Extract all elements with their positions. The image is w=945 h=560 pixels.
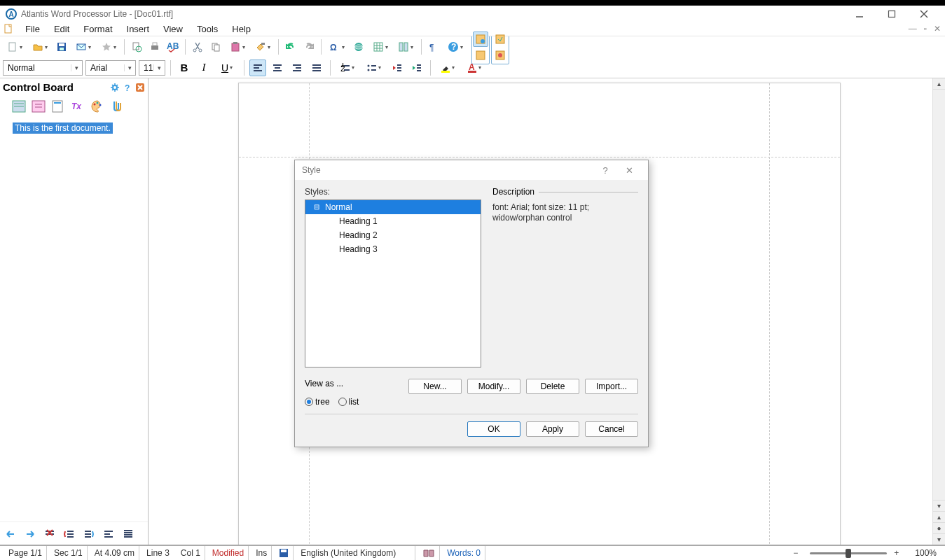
menu-edit[interactable]: Edit [47,22,76,36]
zoom-slider-thumb[interactable] [846,549,851,558]
nav-expand-icon[interactable] [120,526,136,542]
dialog-help-button[interactable]: ? [593,165,617,176]
styles-listbox[interactable]: Normal Heading 1 Heading 2 Heading 3 [305,200,481,368]
numbered-list-button[interactable]: 12▾ [336,59,359,76]
nav-demote-icon[interactable] [62,526,77,542]
paste-button[interactable]: ▾ [226,38,249,55]
status-col[interactable]: Col 1 [177,546,205,560]
import-style-button[interactable]: Import... [585,379,638,394]
align-left-button[interactable] [249,59,266,76]
nav-delete-icon[interactable] [42,526,57,542]
nav-collapse-icon[interactable] [101,526,116,542]
align-right-button[interactable] [289,59,305,76]
panel-toggle-2[interactable] [492,31,508,47]
next-page-icon[interactable]: ▾ [933,533,945,545]
status-page[interactable]: Page 1/1 [4,546,47,560]
zoom-in-button[interactable]: + [894,548,904,558]
underline-button[interactable]: U▾ [215,59,239,76]
undo-button[interactable] [282,38,299,55]
status-book-icon[interactable] [418,546,440,560]
gear-icon[interactable] [110,83,120,92]
nav-promote-icon[interactable] [81,526,97,542]
bold-button[interactable]: B [176,59,193,76]
increase-indent-button[interactable] [408,59,425,76]
new-style-button[interactable]: New... [408,379,462,394]
close-panel-icon[interactable] [135,83,145,92]
cb-tab-palette-icon[interactable] [90,99,105,114]
status-language[interactable]: English (United Kingdom) [296,546,415,560]
font-combo[interactable]: Arial▾ [85,60,136,76]
heading-entry[interactable]: This is the first document. [13,122,113,134]
status-words[interactable]: Words: 0 [443,546,485,560]
view-as-list-radio[interactable]: list [338,397,359,407]
spellcheck-button[interactable]: ABC [165,38,181,55]
copy-button[interactable] [207,38,224,55]
save-button[interactable] [53,38,70,55]
dialog-close-button[interactable]: ✕ [617,165,641,176]
cancel-button[interactable]: Cancel [585,421,638,437]
columns-button[interactable]: ▾ [394,38,418,55]
status-ins[interactable]: Ins [251,546,272,560]
redo-button[interactable] [301,38,317,55]
panel-toggle-1[interactable] [473,31,488,47]
status-at[interactable]: At 4.09 cm [90,546,139,560]
maximize-button[interactable] [883,6,900,22]
style-item-heading2[interactable]: Heading 2 [305,228,481,242]
mdi-restore[interactable]: ▫ [924,24,927,34]
nav-prev-icon[interactable] [3,526,18,542]
menu-tools[interactable]: Tools [190,22,225,36]
format-painter-button[interactable]: ▾ [251,38,275,55]
print-preview-button[interactable] [128,38,145,55]
table-button[interactable]: ▾ [368,38,392,55]
new-document-button[interactable]: ▾ [3,38,27,55]
minimize-button[interactable] [851,6,868,22]
cb-tab-headings-icon[interactable] [11,99,27,114]
scroll-down-icon[interactable]: ▾ [933,500,945,511]
status-save-icon[interactable] [275,546,294,560]
print-button[interactable] [146,38,163,55]
nav-next-icon[interactable] [22,526,38,542]
apply-button[interactable]: Apply [526,421,579,437]
font-color-button[interactable]: A▾ [462,59,486,76]
open-button[interactable]: ▾ [28,38,52,55]
menu-view[interactable]: View [156,22,190,36]
prev-page-icon[interactable]: ▴ [933,511,945,522]
symbol-button[interactable]: Ω▾ [325,38,349,55]
menu-file[interactable]: File [18,22,47,36]
mdi-minimize[interactable]: — [909,24,917,34]
cb-tab-bookmarks-icon[interactable] [50,99,66,114]
mail-button[interactable]: ▾ [71,38,95,55]
scroll-track[interactable] [933,90,945,500]
cut-button[interactable] [189,38,206,55]
delete-style-button[interactable]: Delete [526,379,579,394]
help-icon[interactable]: ? [123,83,132,92]
cb-tab-list-icon[interactable] [31,99,46,114]
favorite-button[interactable]: ▾ [97,38,120,55]
modify-style-button[interactable]: Modify... [467,379,520,394]
view-as-tree-radio[interactable]: tree [305,397,330,407]
close-button[interactable] [916,6,932,22]
italic-button[interactable]: I [195,59,212,76]
dialog-titlebar[interactable]: Style ? ✕ [295,160,648,180]
font-size-combo[interactable]: 11▾ [139,60,165,76]
align-center-button[interactable] [269,59,286,76]
zoom-slider[interactable] [810,552,887,554]
style-item-heading1[interactable]: Heading 1 [305,214,481,228]
status-zoom[interactable]: 100% [906,546,941,560]
status-modified[interactable]: Modified [208,546,249,560]
scroll-up-icon[interactable]: ▴ [933,78,945,90]
cb-tab-clips-icon[interactable] [109,99,125,114]
browse-object-icon[interactable]: ● [933,522,945,533]
vertical-scrollbar[interactable]: ▴ ▾ ▴ ● ▾ [932,78,945,545]
mdi-close[interactable]: ✕ [934,24,941,34]
style-item-normal[interactable]: Normal [305,200,481,214]
ok-button[interactable]: OK [467,421,520,437]
zoom-out-button[interactable]: − [793,548,803,558]
status-line[interactable]: Line 3 [142,546,174,560]
paragraph-marks-button[interactable]: ¶ [425,38,442,55]
menu-format[interactable]: Format [76,22,119,36]
bullet-list-button[interactable]: ▾ [362,59,386,76]
align-justify-button[interactable] [308,59,325,76]
hyperlink-button[interactable] [350,38,367,55]
cb-tab-styles-icon[interactable]: Tx [70,99,85,114]
